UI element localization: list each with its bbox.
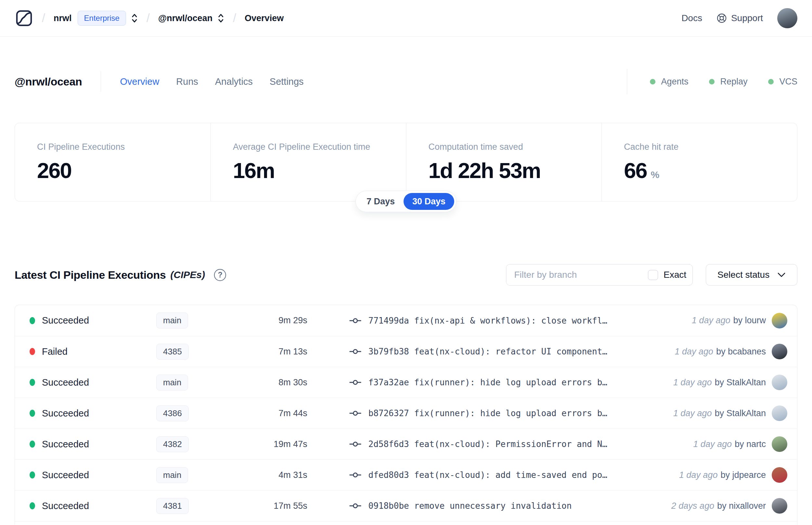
table-row[interactable]: Succeeded 4386 7m 44s b8726327 fix(runne… bbox=[15, 397, 797, 429]
status-dot-icon bbox=[30, 410, 35, 417]
branch-cell: 4381 bbox=[156, 498, 238, 514]
duration-cell: 9m 29s bbox=[238, 315, 307, 326]
stat-value: 66 bbox=[624, 158, 647, 183]
meta-cell: 1 day ago by StalkAltan bbox=[673, 375, 787, 390]
support-link[interactable]: Support bbox=[717, 13, 763, 24]
workspace-tabs: Overview Runs Analytics Settings bbox=[120, 76, 303, 87]
table-row[interactable]: Succeeded main 9m 29s 771499da fix(nx-ap… bbox=[15, 305, 797, 336]
git-commit-icon bbox=[350, 440, 361, 448]
breadcrumb: / nrwl Enterprise / @nrwl/ocean / Overvi… bbox=[15, 9, 284, 28]
tab-analytics[interactable]: Analytics bbox=[215, 76, 253, 87]
org-switcher-button[interactable] bbox=[131, 13, 138, 24]
meta-cell: 1 day ago by jdpearce bbox=[679, 467, 787, 483]
author-avatar bbox=[772, 467, 787, 483]
time-ago: 1 day ago bbox=[692, 315, 731, 326]
status-indicator-replay[interactable]: Replay bbox=[709, 77, 747, 87]
time-ago: 1 day ago bbox=[673, 408, 712, 418]
branch-filter-group: Exact bbox=[506, 264, 693, 286]
breadcrumb-org[interactable]: nrwl bbox=[53, 13, 72, 24]
commit-cell: 2d58f6d3 feat(nx-cloud): PermissionError… bbox=[350, 439, 684, 449]
tab-settings[interactable]: Settings bbox=[270, 76, 304, 87]
stat-value: 16m bbox=[233, 158, 274, 183]
author-avatar bbox=[772, 405, 787, 421]
author: by nartc bbox=[735, 439, 766, 449]
breadcrumb-workspace[interactable]: @nrwl/ocean bbox=[158, 13, 212, 24]
status-cell: Succeeded bbox=[30, 408, 156, 419]
workspace-header: @nrwl/ocean Overview Runs Analytics Sett… bbox=[15, 69, 797, 94]
table-row[interactable]: Succeeded main 4m 31s dfed80d3 feat(nx-c… bbox=[15, 460, 797, 490]
author: by StalkAltan bbox=[715, 408, 766, 418]
stats-cards: CI Pipeline Executions 260 Average CI Pi… bbox=[15, 123, 797, 201]
status-indicator-vcs[interactable]: VCS bbox=[768, 77, 797, 87]
table-row[interactable]: Succeeded main 8m 30s f37a32ae fix(runne… bbox=[15, 367, 797, 397]
author: by jdpearce bbox=[720, 470, 766, 480]
author-avatar bbox=[772, 313, 787, 328]
duration-cell: 7m 13s bbox=[238, 347, 307, 357]
status-indicator-agents[interactable]: Agents bbox=[650, 77, 688, 87]
status-dot-icon bbox=[30, 379, 35, 386]
percent-suffix: % bbox=[651, 169, 660, 180]
top-navbar: / nrwl Enterprise / @nrwl/ocean / Overvi… bbox=[0, 0, 812, 37]
docs-link[interactable]: Docs bbox=[681, 13, 702, 24]
table-row[interactable]: Failed 4385 7m 13s 3b79fb38 feat(nx-clou… bbox=[15, 336, 797, 367]
breadcrumb-page: Overview bbox=[245, 13, 284, 24]
exact-match-toggle[interactable]: Exact bbox=[639, 265, 693, 285]
branch-cell: main bbox=[156, 375, 238, 390]
time-ago: 1 day ago bbox=[675, 347, 713, 357]
divider bbox=[627, 69, 627, 94]
help-icon[interactable]: ? bbox=[214, 269, 226, 281]
tab-overview[interactable]: Overview bbox=[120, 76, 159, 87]
cipe-table: Succeeded main 9m 29s 771499da fix(nx-ap… bbox=[15, 305, 797, 525]
duration-cell: 19m 47s bbox=[238, 439, 307, 449]
branch-badge: 4385 bbox=[156, 344, 189, 360]
range-7-days-button[interactable]: 7 Days bbox=[357, 193, 403, 210]
branch-badge: main bbox=[156, 375, 188, 390]
cipe-subtitle: (CIPEs) bbox=[170, 269, 205, 280]
commit-text: 0918b0be remove unnecessary invalidation bbox=[368, 501, 572, 511]
status-dot-icon bbox=[30, 348, 35, 355]
author: by lourw bbox=[733, 315, 766, 326]
stat-average-execution-time: Average CI Pipeline Execution time 16m bbox=[211, 123, 406, 201]
range-30-days-button[interactable]: 30 Days bbox=[403, 193, 454, 210]
table-row[interactable]: Succeeded 4382 19m 47s 2d58f6d3 feat(nx-… bbox=[15, 429, 797, 460]
status-cell: Failed bbox=[30, 346, 156, 357]
git-commit-icon bbox=[350, 502, 361, 510]
tab-runs[interactable]: Runs bbox=[176, 76, 198, 87]
support-label: Support bbox=[731, 13, 763, 24]
branch-cell: 4386 bbox=[156, 405, 238, 421]
chevron-up-down-icon bbox=[131, 13, 138, 24]
green-dot-icon bbox=[768, 79, 774, 85]
branch-filter-input[interactable] bbox=[506, 265, 639, 285]
branch-cell: 4382 bbox=[156, 436, 238, 452]
commit-text: f37a32ae fix(runner): hide log upload er… bbox=[368, 377, 607, 387]
git-commit-icon bbox=[350, 317, 361, 325]
status-cell: Succeeded bbox=[30, 439, 156, 450]
time-ago: 2 days ago bbox=[671, 501, 714, 511]
commit-cell: f37a32ae fix(runner): hide log upload er… bbox=[350, 377, 663, 387]
date-range-toggle: 7 Days 30 Days bbox=[355, 191, 456, 212]
stat-ci-pipeline-executions: CI Pipeline Executions 260 bbox=[15, 123, 211, 201]
status-dot-icon bbox=[30, 471, 35, 479]
breadcrumb-separator: / bbox=[147, 11, 150, 25]
git-commit-icon bbox=[350, 378, 361, 386]
nx-cloud-logo[interactable] bbox=[15, 9, 33, 28]
git-commit-icon bbox=[350, 409, 361, 417]
branch-cell: main bbox=[156, 467, 238, 483]
meta-cell: 1 day ago by lourw bbox=[692, 313, 787, 328]
time-ago: 1 day ago bbox=[693, 439, 732, 449]
git-commit-icon bbox=[350, 348, 361, 356]
workspace-switcher-button[interactable] bbox=[217, 13, 225, 24]
commit-text: b8726327 fix(runner): hide log upload er… bbox=[368, 408, 607, 418]
user-avatar[interactable] bbox=[777, 8, 797, 28]
table-row[interactable]: Succeeded 4381 17m 55s 0918b0be remove u… bbox=[15, 490, 797, 521]
status-select-dropdown[interactable]: Select status bbox=[706, 264, 797, 286]
exact-checkbox[interactable] bbox=[648, 270, 658, 280]
branch-badge: main bbox=[156, 313, 188, 328]
status-cell: Succeeded bbox=[30, 377, 156, 388]
commit-cell: dfed80d3 feat(nx-cloud): add time-saved … bbox=[350, 470, 670, 480]
nx-cloud-logo-icon bbox=[15, 9, 33, 28]
status-dot-icon bbox=[30, 502, 35, 509]
stat-value: 260 bbox=[37, 158, 72, 183]
duration-cell: 17m 55s bbox=[238, 501, 307, 511]
author: by bcabanes bbox=[716, 347, 766, 357]
